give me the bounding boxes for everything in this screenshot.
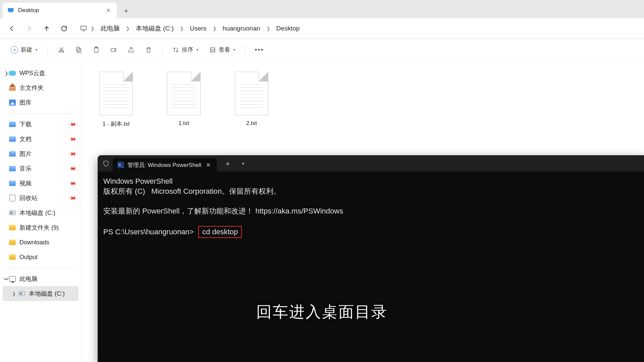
file-item[interactable]: 2.txt	[226, 67, 277, 130]
chevron-down-icon: ▾	[197, 48, 199, 52]
tab-close-button[interactable]	[105, 7, 112, 14]
terminal-line: Windows PowerShell	[103, 177, 173, 185]
folder-icon	[9, 239, 16, 246]
sidebar-item-gallery[interactable]: 图库	[3, 95, 78, 110]
sidebar-item-label: 视频	[19, 179, 32, 187]
tab-title: Desktop	[18, 7, 101, 14]
svg-rect-10	[210, 48, 215, 52]
file-item[interactable]: 1.txt	[159, 67, 209, 130]
terminal-output[interactable]: Windows PowerShell 版权所有 (C) Microsoft Co…	[98, 172, 644, 243]
folder-icon	[9, 253, 16, 261]
new-tab-button[interactable]: ＋	[119, 3, 133, 18]
paste-button[interactable]	[89, 43, 104, 57]
address-bar-row: ❯ 此电脑 ❯ 本地磁盘 (C:) ❯ Users ❯ huangruonan …	[0, 18, 644, 39]
sidebar-item-wps-cloud[interactable]: ❯ WPS云盘	[3, 66, 78, 80]
sidebar-item-pictures[interactable]: 图片📌	[3, 146, 78, 161]
terminal-tab[interactable]: >_ 管理员: Windows PowerShell ✕	[113, 158, 217, 172]
sidebar-divider	[5, 113, 76, 114]
terminal-tab-close[interactable]: ✕	[205, 162, 212, 169]
toolbar-separator	[48, 45, 48, 55]
chevron-down-icon: ▾	[36, 48, 38, 52]
sidebar-item-label: 新建文件夹 (9)	[19, 224, 59, 232]
svg-rect-0	[8, 8, 14, 12]
chevron-right-icon: ❯	[264, 26, 272, 31]
refresh-button[interactable]	[56, 21, 72, 36]
crumb-users[interactable]: Users	[187, 23, 209, 34]
forward-button[interactable]	[21, 21, 37, 36]
chevron-down-icon: ❯	[4, 276, 9, 282]
sidebar-item-label: 图片	[19, 150, 32, 158]
recycle-bin-icon	[9, 194, 16, 202]
sidebar-item-music[interactable]: 音乐📌	[3, 161, 78, 176]
text-file-icon	[233, 70, 270, 117]
sidebar-item-videos[interactable]: 视频📌	[3, 176, 78, 191]
image-icon	[9, 99, 16, 106]
chevron-down-icon: ▾	[233, 48, 235, 52]
crumb-this-pc[interactable]: 此电脑	[98, 23, 122, 34]
terminal-titlebar[interactable]: >_ 管理员: Windows PowerShell ✕ ＋ ▾	[98, 156, 644, 172]
rename-button[interactable]	[106, 43, 121, 57]
sidebar-item-label: 文档	[19, 135, 32, 143]
pin-icon: 📌	[68, 179, 77, 188]
delete-button[interactable]	[141, 43, 156, 57]
breadcrumb[interactable]: ❯ 此电脑 ❯ 本地磁盘 (C:) ❯ Users ❯ huangruonan …	[80, 23, 640, 34]
terminal-dropdown-button[interactable]: ▾	[239, 161, 248, 166]
sidebar-item-downloads[interactable]: 下载📌	[3, 117, 78, 132]
view-label: 查看	[219, 46, 230, 54]
sidebar-item-label: Output	[19, 254, 38, 261]
sidebar: ❯ WPS云盘 主文件夹 图库 下载📌 文档📌 图片📌 音乐📌 视频📌 回收站📌…	[0, 61, 82, 362]
folder-icon	[9, 135, 16, 143]
folder-icon	[9, 150, 16, 158]
sidebar-item-downloads-en[interactable]: Downloads	[3, 235, 78, 250]
terminal-new-tab-button[interactable]: ＋	[220, 159, 235, 169]
sidebar-item-documents[interactable]: 文档📌	[3, 132, 78, 146]
terminal-window[interactable]: >_ 管理员: Windows PowerShell ✕ ＋ ▾ Windows…	[98, 155, 644, 362]
sidebar-item-new-folder-9[interactable]: 新建文件夹 (9)	[3, 220, 78, 235]
back-button[interactable]	[4, 21, 19, 36]
crumb-user[interactable]: huangruonan	[220, 23, 263, 34]
share-button[interactable]	[124, 43, 139, 57]
sidebar-item-label: 本地磁盘 (C:)	[29, 290, 65, 298]
sidebar-item-label: 本地磁盘 (C:)	[19, 209, 55, 217]
sidebar-item-output[interactable]: Output	[3, 250, 78, 264]
sort-button[interactable]: 排序 ▾	[168, 43, 203, 57]
sort-label: 排序	[182, 46, 193, 54]
pin-icon: 📌	[68, 194, 77, 202]
crumb-desktop[interactable]: Desktop	[274, 23, 303, 34]
chevron-right-icon: ❯	[11, 291, 17, 296]
terminal-tab-title: 管理员: Windows PowerShell	[127, 161, 201, 169]
sidebar-item-label: WPS云盘	[19, 69, 45, 77]
file-name: 1 - 副本.txt	[102, 120, 129, 128]
explorer-tab[interactable]: Desktop	[3, 3, 117, 18]
sidebar-item-recycle[interactable]: 回收站📌	[3, 191, 78, 205]
chevron-right-icon: ❯	[124, 26, 132, 31]
window-titlebar: Desktop ＋	[0, 0, 644, 18]
copy-button[interactable]	[71, 43, 86, 57]
sidebar-item-drive-c-nested[interactable]: ❯ 本地磁盘 (C:)	[3, 286, 78, 301]
chevron-right-icon: ❯	[3, 71, 9, 76]
file-item[interactable]: 1 - 副本.txt	[91, 67, 141, 130]
sidebar-item-home[interactable]: 主文件夹	[3, 80, 78, 95]
more-button[interactable]: •••	[252, 43, 267, 57]
crumb-drive-c[interactable]: 本地磁盘 (C:)	[133, 23, 176, 34]
terminal-prompt: PS C:\Users\huangruonan>	[103, 228, 194, 236]
sidebar-item-label: 音乐	[19, 165, 32, 173]
sidebar-item-label: 图库	[19, 99, 32, 107]
view-button[interactable]: 查看 ▾	[205, 43, 239, 57]
sidebar-item-this-pc[interactable]: ❯ 此电脑	[3, 272, 78, 286]
new-button[interactable]: ＋ 新建 ▾	[7, 43, 42, 57]
sidebar-item-label: 此电脑	[19, 275, 38, 283]
svg-rect-2	[81, 26, 87, 29]
sidebar-item-label: 主文件夹	[19, 84, 44, 92]
cut-button[interactable]	[54, 43, 69, 57]
chevron-right-icon: ❯	[178, 26, 186, 31]
sidebar-item-drive-c[interactable]: 本地磁盘 (C:)	[3, 205, 78, 220]
file-name: 1.txt	[178, 120, 189, 127]
pin-icon: 📌	[68, 120, 77, 129]
toolbar-separator	[162, 45, 162, 55]
pin-icon: 📌	[68, 164, 77, 173]
file-name: 2.txt	[246, 120, 257, 127]
terminal-line: 安装最新的 PowerShell，了解新功能和改进！ https://aka.m…	[103, 207, 343, 215]
home-icon	[9, 84, 16, 92]
up-button[interactable]	[39, 21, 54, 36]
